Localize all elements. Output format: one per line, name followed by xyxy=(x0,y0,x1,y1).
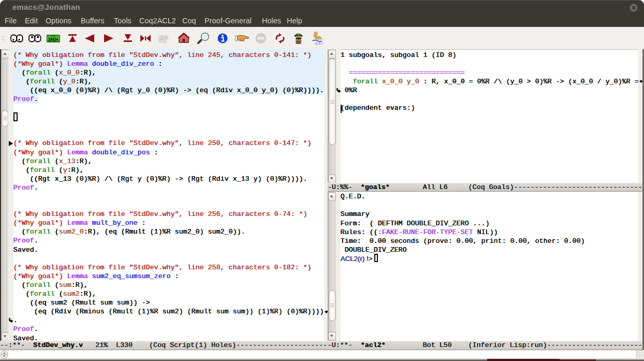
svg-text:ACL2: ACL2 xyxy=(314,41,323,45)
